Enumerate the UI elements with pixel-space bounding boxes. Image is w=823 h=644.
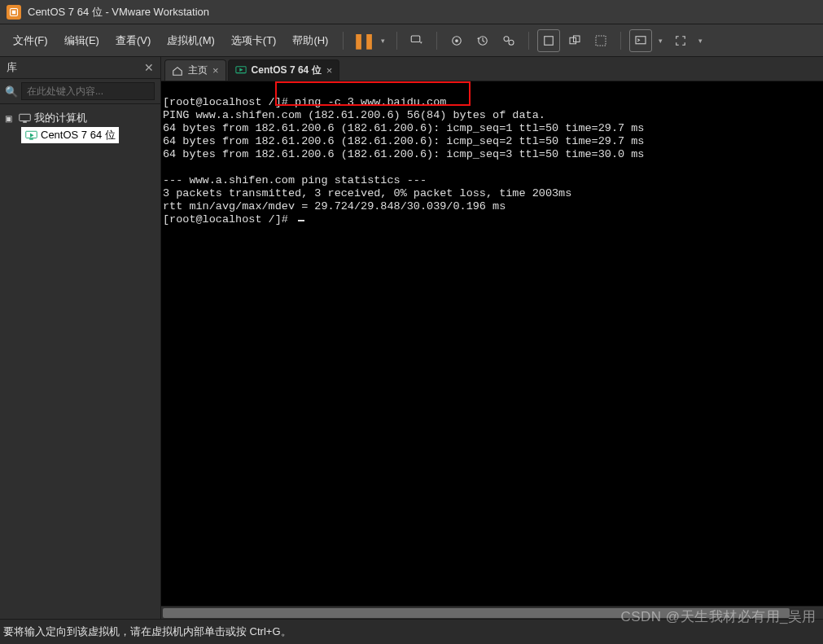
- console-dropdown[interactable]: ▾: [655, 37, 666, 45]
- snapshot-button[interactable]: [445, 29, 468, 52]
- menu-tabs[interactable]: 选项卡(T): [225, 30, 283, 51]
- svg-rect-9: [570, 37, 576, 44]
- svg-rect-11: [596, 36, 606, 46]
- search-icon: 🔍: [5, 85, 18, 98]
- terminal-prompt: [root@localhost /]#: [163, 213, 295, 226]
- vm-running-icon: [235, 65, 247, 77]
- statusbar: 要将输入定向到该虚拟机，请在虚拟机内部单击或按 Ctrl+G。: [0, 619, 823, 643]
- home-icon: [172, 65, 183, 77]
- menu-edit[interactable]: 编辑(E): [58, 30, 106, 51]
- console-icon: [633, 33, 648, 48]
- horizontal-scrollbar[interactable]: [161, 606, 823, 619]
- svg-marker-19: [239, 68, 243, 71]
- fullscreen-icon: [673, 33, 688, 48]
- tabbar: 主页 × CentOS 7 64 位 ×: [161, 57, 823, 81]
- search-input[interactable]: [21, 82, 155, 100]
- terminal-line: 64 bytes from 182.61.200.6 (182.61.200.6…: [163, 148, 644, 160]
- sidebar-header: 库 ✕: [0, 57, 160, 79]
- tab-home-label: 主页: [188, 64, 208, 77]
- toolbar-separator: [396, 32, 397, 50]
- send-ctrl-alt-del-button[interactable]: [405, 29, 428, 52]
- tab-vm-close-icon[interactable]: ×: [326, 64, 333, 77]
- svg-marker-16: [30, 133, 34, 137]
- menu-view[interactable]: 查看(V): [109, 30, 157, 51]
- computer-icon: [18, 112, 31, 124]
- tree-item-vm-label: CentOS 7 64 位: [41, 128, 116, 142]
- terminal-prompt: [root@localhost /]#: [163, 96, 295, 108]
- library-tree: ▣ 我的计算机 CentOS 7 64 位: [0, 104, 160, 148]
- main-area: 库 ✕ 🔍 ▼ ▣ 我的计算机 CentOS 7 64 位: [0, 57, 823, 619]
- tab-home-close-icon[interactable]: ×: [212, 64, 219, 77]
- single-window-icon: [541, 33, 556, 48]
- library-sidebar: 库 ✕ 🔍 ▼ ▣ 我的计算机 CentOS 7 64 位: [0, 57, 161, 619]
- snapshot-icon: [449, 33, 464, 48]
- toolbar-separator: [436, 32, 437, 50]
- svg-point-4: [456, 39, 459, 42]
- fullscreen-dropdown[interactable]: ▾: [695, 37, 706, 45]
- svg-rect-1: [12, 10, 16, 14]
- content-area: 主页 × CentOS 7 64 位 × [root@localhost /]#…: [161, 57, 823, 619]
- tree-collapse-icon[interactable]: ▣: [5, 114, 15, 123]
- snapshot-manager-icon: [501, 33, 516, 48]
- terminal-line: [root@localhost /]# ping -c 3 www.baidu.…: [163, 96, 446, 108]
- tab-vm[interactable]: CentOS 7 64 位 ×: [228, 59, 340, 81]
- manage-snapshots-button[interactable]: [497, 29, 520, 52]
- sidebar-close-icon[interactable]: ✕: [144, 61, 154, 74]
- menu-vm[interactable]: 虚拟机(M): [160, 30, 221, 51]
- svg-rect-8: [545, 36, 554, 45]
- fullscreen-button[interactable]: [669, 29, 692, 52]
- statusbar-text: 要将输入定向到该虚拟机，请在虚拟机内部单击或按 Ctrl+G。: [3, 624, 291, 639]
- svg-rect-2: [412, 36, 421, 42]
- menubar: 文件(F) 编辑(E) 查看(V) 虚拟机(M) 选项卡(T) 帮助(H) ❚❚…: [0, 24, 823, 57]
- tree-root-my-computer[interactable]: ▣ 我的计算机: [3, 109, 157, 127]
- tab-vm-label: CentOS 7 64 位: [252, 64, 322, 77]
- terminal-cursor: [298, 220, 304, 221]
- view-multi-button[interactable]: [563, 29, 586, 52]
- terminal-command: ping -c 3 www.baidu.com: [295, 96, 446, 108]
- menu-help[interactable]: 帮助(H): [286, 30, 335, 51]
- terminal-line: --- www.a.shifen.com ping statistics ---: [163, 174, 427, 186]
- toolbar-separator: [528, 32, 529, 50]
- tree-root-label: 我的计算机: [34, 111, 87, 125]
- pause-icon: ❚❚: [352, 32, 374, 50]
- terminal-line: 3 packets transmitted, 3 received, 0% pa…: [163, 187, 571, 199]
- terminal-line: PING www.a.shifen.com (182.61.200.6) 56(…: [163, 109, 545, 121]
- toolbar-separator: [343, 32, 344, 50]
- svg-rect-17: [29, 138, 33, 140]
- revert-icon: [475, 33, 490, 48]
- window-title: CentOS 7 64 位 - VMware Workstation: [28, 5, 209, 20]
- tab-home[interactable]: 主页 ×: [164, 59, 226, 81]
- terminal-line: 64 bytes from 182.61.200.6 (182.61.200.6…: [163, 135, 644, 147]
- unity-icon: [593, 33, 608, 48]
- sidebar-title: 库: [7, 60, 17, 75]
- terminal-line: rtt min/avg/max/mdev = 29.724/29.848/30.…: [163, 200, 506, 212]
- svg-point-6: [504, 36, 509, 41]
- svg-rect-14: [23, 121, 27, 123]
- view-unity-button[interactable]: [589, 29, 612, 52]
- scrollbar-thumb[interactable]: [163, 608, 790, 618]
- multi-window-icon: [567, 33, 582, 48]
- revert-snapshot-button[interactable]: [471, 29, 494, 52]
- svg-rect-12: [636, 36, 646, 43]
- window-titlebar: CentOS 7 64 位 - VMware Workstation: [0, 0, 823, 24]
- keyboard-send-icon: [409, 33, 424, 48]
- pause-vm-button[interactable]: ❚❚: [352, 29, 374, 52]
- tree-item-vm-selected[interactable]: CentOS 7 64 位: [21, 127, 119, 143]
- view-single-button[interactable]: [537, 29, 560, 52]
- vmware-logo-icon: [7, 5, 21, 20]
- terminal-line: [root@localhost /]#: [163, 213, 304, 226]
- console-button[interactable]: [629, 29, 652, 52]
- svg-point-7: [509, 40, 514, 45]
- terminal-line: 64 bytes from 182.61.200.6 (182.61.200.6…: [163, 122, 644, 134]
- vm-running-icon: [24, 129, 37, 141]
- svg-rect-13: [19, 114, 30, 120]
- vm-terminal[interactable]: [root@localhost /]# ping -c 3 www.baidu.…: [161, 81, 823, 606]
- menu-file[interactable]: 文件(F): [7, 30, 55, 51]
- sidebar-search: 🔍 ▼: [0, 79, 160, 104]
- toolbar-separator: [620, 32, 621, 50]
- svg-rect-10: [574, 36, 580, 42]
- power-dropdown[interactable]: ▾: [378, 37, 388, 45]
